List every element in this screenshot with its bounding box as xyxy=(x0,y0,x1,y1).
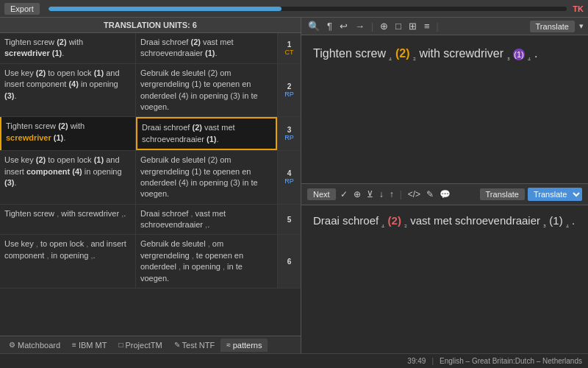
table-row[interactable]: Use key , to open lock , and insert comp… xyxy=(0,235,301,289)
next-down-button[interactable]: ↓ xyxy=(378,189,385,199)
source-num-2: (2) xyxy=(395,47,410,60)
right-toolbar: 🔍 ¶ ↩ → | ⊕ □ ⊞ ≡ | Translate ▾ xyxy=(301,18,588,35)
seg-number: 6 xyxy=(287,258,292,266)
source-text-tighten: Tighten screw xyxy=(313,47,386,60)
table-row[interactable]: Tighten screw (2) with screwdriver (1). … xyxy=(0,117,301,151)
edit-sub-4: ₄ xyxy=(381,221,384,229)
table-row[interactable]: Tighten screw , with screwdriver ,. Draa… xyxy=(0,205,301,236)
target-cell-6: Gebruik de sleutel , om vergrendeling , … xyxy=(136,235,277,288)
edit-text-vast: vast met schroevendraaier xyxy=(410,214,540,227)
seg-num-2: 2 RP xyxy=(277,64,301,117)
copy-button[interactable]: □ xyxy=(393,21,404,32)
translate-icon: ▾ xyxy=(579,21,584,31)
seg-num-5: 5 xyxy=(277,205,301,235)
right-panel: 🔍 ¶ ↩ → | ⊕ □ ⊞ ≡ | Translate ▾ Tighten … xyxy=(301,18,588,353)
progress-bar xyxy=(49,7,567,11)
source-cell-4: Use key (2) to open lock (1) and insert … xyxy=(0,151,136,204)
seg-num-1: 1 CT xyxy=(277,33,301,63)
source-sub-3: ₃ xyxy=(507,54,510,62)
segments-list: Tighten screw (2) with screwdriver (1). … xyxy=(0,33,301,336)
tab-matchboard-label: Matchboard xyxy=(18,341,60,350)
main-toolbar: Export TK xyxy=(0,0,588,18)
grid-button[interactable]: ⊞ xyxy=(406,21,419,32)
seg-number: 4 xyxy=(287,169,292,177)
tab-ibmmt[interactable]: ≡ IBM MT xyxy=(66,339,112,352)
edit-sub-2: ₂ xyxy=(404,221,407,229)
main-layout: TRANSLATION UNITS: 6 Tighten screw (2) w… xyxy=(0,18,588,353)
source-cell-3: Tighten screw (2) with screwdriver (1). xyxy=(0,117,136,150)
seg-status: RP xyxy=(284,134,294,141)
edit-sub-4b: ₄ xyxy=(566,221,569,229)
source-sub-4: ₄ xyxy=(389,54,392,62)
edit-num-1: (1) xyxy=(549,214,562,227)
tab-testntf-label: Test NTF xyxy=(182,341,215,350)
target-cell-5: Draai schroef , vast met schroevendraaie… xyxy=(136,205,277,235)
source-cell-2: Use key (2) to open lock (1) and insert … xyxy=(0,64,136,117)
seg-status: CT xyxy=(285,49,294,56)
testntf-icon: ✎ xyxy=(174,341,180,349)
seg-number: 5 xyxy=(287,216,292,224)
source-sub-4b: ₄ xyxy=(528,54,531,62)
translate-dropdown[interactable]: Translate xyxy=(528,188,582,201)
edit-text-period: . xyxy=(572,214,575,227)
export-label: Export xyxy=(10,4,34,13)
next-code-button[interactable]: </> xyxy=(406,189,422,199)
seg-num-4: 4 RP xyxy=(277,151,301,204)
table-row[interactable]: Use key (2) to open lock (1) and insert … xyxy=(0,64,301,118)
insert-button[interactable]: ⊕ xyxy=(378,21,390,32)
status-divider: | xyxy=(431,357,434,365)
projecttm-icon: □ xyxy=(118,341,123,349)
tab-patterns[interactable]: ≈ patterns xyxy=(220,339,268,352)
right-source-area: Tighten screw ₄ (2) ₂ with screwdriver ₃… xyxy=(301,35,588,183)
tab-projecttm[interactable]: □ ProjectTM xyxy=(112,339,168,352)
matchboard-icon: ⚙ xyxy=(9,341,15,349)
source-text-with: with screwdriver xyxy=(419,47,503,60)
menu-button[interactable]: ≡ xyxy=(422,21,432,32)
left-panel: TRANSLATION UNITS: 6 Tighten screw (2) w… xyxy=(0,18,301,353)
toolbar-separator-2: | xyxy=(437,21,439,32)
ibmmt-icon: ≡ xyxy=(72,341,76,349)
status-bar: 39:49 | English – Great Britain:Dutch – … xyxy=(0,353,588,368)
patterns-icon: ≈ xyxy=(226,341,231,349)
tab-projecttm-label: ProjectTM xyxy=(125,341,162,350)
translate-button[interactable]: Translate xyxy=(530,21,575,32)
next-comment-button[interactable]: 💬 xyxy=(438,189,452,199)
tk-label: TK xyxy=(573,4,584,13)
next-bar: Next ✓ ⊕ ⊻ ↓ ↑ | </> ✎ 💬 Translate Trans… xyxy=(301,183,588,205)
tab-patterns-label: patterns xyxy=(233,341,262,350)
undo-button[interactable]: ↩ xyxy=(337,21,350,32)
next-plus-button[interactable]: ⊕ xyxy=(352,189,362,199)
table-row[interactable]: Use key (2) to open lock (1) and insert … xyxy=(0,151,301,205)
tab-matchboard[interactable]: ⚙ Matchboard xyxy=(3,339,66,352)
edit-sub-3: ₃ xyxy=(543,221,546,229)
next-check-button[interactable]: ✓ xyxy=(339,189,349,199)
redo-button[interactable]: → xyxy=(353,21,367,32)
next-separator: | xyxy=(400,189,402,199)
next-translate-button[interactable]: Translate xyxy=(480,188,525,200)
right-edit-area[interactable]: Draai schroef ₄ (2) ₂ vast met schroeven… xyxy=(301,205,588,353)
zoom-in-button[interactable]: 🔍 xyxy=(306,21,322,32)
target-cell-2: Gebruik de sleutel (2) om vergrendeling … xyxy=(136,64,277,117)
tab-testntf[interactable]: ✎ Test NTF xyxy=(168,339,221,352)
seg-num-3: 3 RP xyxy=(277,117,301,150)
paragraph-button[interactable]: ¶ xyxy=(325,21,334,32)
translation-header: TRANSLATION UNITS: 6 xyxy=(0,18,301,33)
next-button[interactable]: Next xyxy=(307,188,336,200)
table-row[interactable]: Tighten screw (2) with screwdriver (1). … xyxy=(0,33,301,64)
status-locale: English – Great Britain:Dutch – Netherla… xyxy=(440,357,582,365)
progress-fill xyxy=(49,7,282,11)
tab-ibmmt-label: IBM MT xyxy=(79,341,107,350)
edit-num-2: (2) xyxy=(388,214,401,227)
seg-num-6: 6 xyxy=(277,235,301,288)
target-cell-1: Draai schroef (2) vast met schroevendraa… xyxy=(136,33,277,63)
target-cell-4: Gebruik de sleutel (2) om vergrendeling … xyxy=(136,151,277,204)
source-cell-1: Tighten screw (2) with screwdriver (1). xyxy=(0,33,136,63)
next-up-button[interactable]: ↑ xyxy=(388,189,395,199)
next-filter-button[interactable]: ⊻ xyxy=(365,189,375,199)
next-edit-button[interactable]: ✎ xyxy=(425,189,435,199)
seg-number: 1 xyxy=(287,40,292,49)
export-button[interactable]: Export xyxy=(4,3,40,15)
source-num-1-highlight: (1) xyxy=(513,49,525,60)
edit-text-draai: Draai schroef xyxy=(313,214,379,227)
seg-number: 2 xyxy=(287,82,292,91)
